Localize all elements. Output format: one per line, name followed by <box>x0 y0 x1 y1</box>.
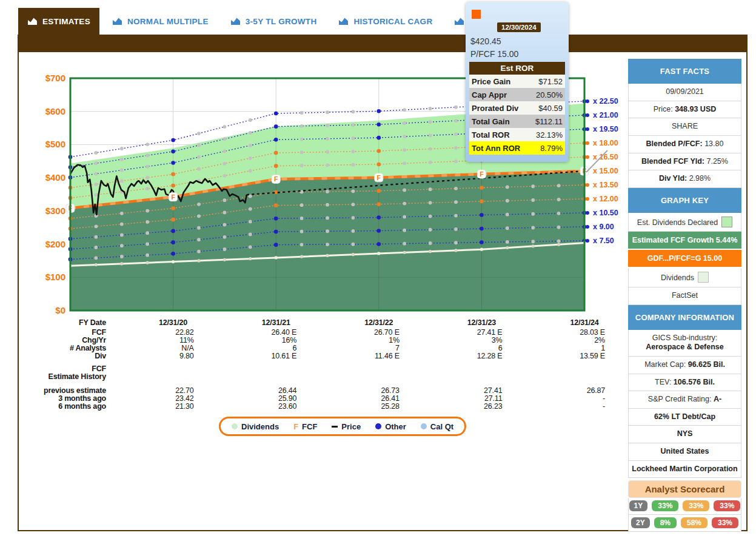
key-estimated-fcf-growth[interactable]: Estimated FCF Growth 5.44% <box>628 232 741 250</box>
analyst-scorecard-header: Analyst Scorecard <box>628 480 741 498</box>
fiscal-year-marker <box>377 229 381 233</box>
multiple-label: x 9.00 <box>593 223 614 231</box>
cal-qt-marker <box>120 212 124 215</box>
history-value: 25.90 <box>278 394 297 403</box>
cal-qt-marker <box>531 212 535 216</box>
cal-qt-marker <box>223 247 227 251</box>
est-ror-row: Price Gain $71.52 <box>469 75 565 88</box>
tab-3-5y-tl-growth[interactable]: 3-5Y TL GROWTH <box>221 8 326 35</box>
multiple-label: x 22.50 <box>593 97 618 106</box>
chart-legend: Dividends F FCF Price Other Cal Qt <box>219 417 466 436</box>
cal-qt-marker <box>197 155 201 159</box>
cal-qt-marker <box>300 124 304 128</box>
cal-qt-marker <box>403 148 406 152</box>
page-frame-right <box>746 35 748 531</box>
cal-qt-marker <box>454 227 458 231</box>
multiple-label: x 13.50 <box>593 181 618 189</box>
tab-normal-multiple[interactable]: NORMAL MULTIPLE <box>103 8 218 35</box>
cal-qt-marker <box>403 108 406 112</box>
fy-value: 6 <box>292 344 296 352</box>
multiple-label: x 12.00 <box>593 195 618 203</box>
history-value: 22.70 <box>175 386 194 395</box>
row-label: Prorated Div <box>472 104 518 113</box>
multiple-tick-dot <box>586 225 589 229</box>
fiscal-year-marker <box>171 206 175 210</box>
cal-qt-marker <box>352 136 355 140</box>
light-green-swatch-icon <box>721 217 732 227</box>
cal-qt-marker <box>454 200 458 204</box>
mcap-label: Market Cap: <box>644 360 686 369</box>
fast-facts-blended-pfcf: Blended P/FCF: 13.80 <box>628 136 741 153</box>
cal-qt-marker <box>326 150 329 154</box>
dividends-marker <box>480 248 483 251</box>
cal-qt-marker <box>326 163 329 167</box>
y-axis-label: $500 <box>45 139 65 149</box>
fiscal-year-marker <box>377 136 381 140</box>
history-value: 26.73 <box>381 386 400 395</box>
legend-item-other[interactable]: Other <box>375 422 406 431</box>
fast-facts-div-yield: Div Yld: 2.98% <box>628 170 741 188</box>
cal-qt-marker <box>506 226 509 230</box>
key-gdf-pfcf[interactable]: GDF...P/FCF=G 15.00 <box>628 250 741 268</box>
beat-badge: 33% <box>652 500 678 511</box>
cal-qt-marker <box>197 226 201 230</box>
company-tev: TEV: 106.576 Bil. <box>628 374 741 392</box>
fiscal-year-marker <box>377 189 381 193</box>
scorecard-row-2y: 2Y 8% 58% 33% <box>628 515 741 532</box>
cal-qt-marker <box>429 187 432 191</box>
legend-item-price[interactable]: Price <box>332 422 361 431</box>
fiscal-year-marker <box>377 215 381 220</box>
cal-qt-marker <box>506 240 509 244</box>
tooltip-multiple: P/FCF 15.00 <box>470 49 518 59</box>
dividends-marker <box>95 263 98 266</box>
cal-qt-marker <box>506 199 509 203</box>
legend-item-fcf[interactable]: F FCF <box>293 422 317 431</box>
company-debt-cap: 62% LT Debt/Cap <box>628 409 741 426</box>
legend-item-dividends[interactable]: Dividends <box>232 422 279 431</box>
tab-label: 3-5Y TL GROWTH <box>246 17 317 26</box>
fiscal-year-marker <box>480 200 484 204</box>
cal-qt-marker <box>531 184 535 188</box>
y-axis-label: $100 <box>45 272 65 282</box>
cal-qt-marker <box>352 229 355 233</box>
cal-qt-marker <box>95 193 98 196</box>
fiscal-year-marker <box>377 242 381 246</box>
est-ror-title: Est ROR <box>469 62 565 75</box>
cal-qt-marker <box>429 120 432 124</box>
dividends-marker <box>454 249 457 252</box>
beat-badge: 8% <box>654 517 677 528</box>
tab-estimates[interactable]: ESTIMATES <box>18 8 99 35</box>
cal-qt-marker <box>429 133 432 137</box>
fiscal-year-marker <box>171 252 175 256</box>
fy-value: 11% <box>179 336 194 344</box>
fast-facts-fcf-yield: Blended FCF Yld: 7.25% <box>628 153 741 171</box>
cal-qt-marker <box>95 161 98 165</box>
legend-item-cal-qt[interactable]: Cal Qt <box>421 422 453 431</box>
chart-icon <box>230 17 241 25</box>
cal-qt-marker <box>95 172 98 176</box>
cal-qt-marker <box>95 151 98 155</box>
cal-qt-marker <box>300 111 304 115</box>
cal-qt-marker <box>531 240 535 243</box>
fy-value: 6 <box>498 344 503 352</box>
cal-qt-marker <box>352 150 355 153</box>
dividends-marker <box>352 253 355 256</box>
est-ror-row: Total Gain $112.11 <box>469 115 565 128</box>
fiscal-year-marker <box>377 123 381 127</box>
fiscal-year-marker <box>274 151 278 155</box>
cal-qt-marker <box>197 144 201 147</box>
history-value: 26.44 <box>278 386 297 395</box>
fy-row-label: Chg/Yr <box>82 336 106 344</box>
fy-value: 1 <box>601 344 605 352</box>
cal-qt-marker <box>146 165 149 169</box>
tab-historical-cagr[interactable]: HISTORICAL CAGR <box>329 8 441 35</box>
fiscal-year-marker <box>171 138 175 143</box>
cal-qt-marker <box>223 198 227 202</box>
est-ror-row: Cap Appr 20.50% <box>469 88 565 101</box>
multiple-label: x 7.50 <box>593 237 614 245</box>
multiple-label: x 10.50 <box>593 209 618 217</box>
dividends-marker <box>223 258 226 261</box>
fy-value: 2% <box>594 336 605 344</box>
dividends-marker <box>429 250 432 253</box>
cal-qt-marker <box>352 110 355 113</box>
